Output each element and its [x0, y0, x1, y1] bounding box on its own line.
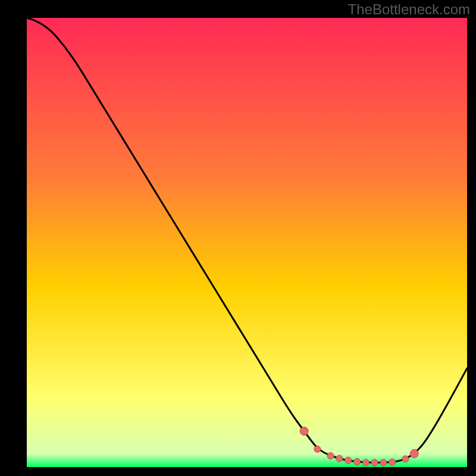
watermark-text: TheBottleneck.com — [348, 1, 470, 18]
marker-point — [314, 446, 321, 452]
gradient-background — [27, 18, 467, 467]
marker-point — [389, 459, 396, 465]
marker-point — [380, 459, 387, 466]
marker-point — [336, 455, 343, 462]
marker-point — [402, 456, 409, 462]
marker-point — [410, 449, 418, 458]
marker-point — [300, 427, 308, 436]
marker-point — [371, 459, 378, 466]
marker-point — [362, 459, 369, 466]
marker-point — [345, 457, 352, 464]
marker-point — [327, 453, 334, 459]
marker-point — [354, 458, 361, 465]
bottleneck-chart — [0, 0, 476, 476]
